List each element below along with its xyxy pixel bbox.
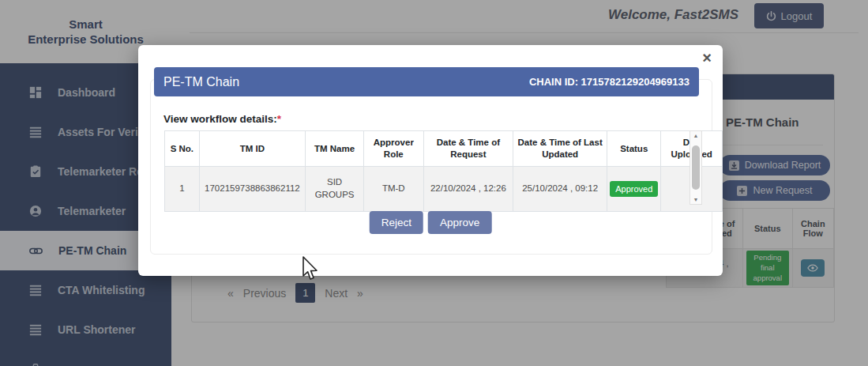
modal-header: PE-TM Chain CHAIN ID: 171578212920496913…	[154, 67, 699, 96]
cell-s-no: 1	[165, 167, 200, 212]
approve-button[interactable]: Approve	[428, 211, 491, 234]
scrollbar-thumb[interactable]	[692, 145, 700, 190]
col-tm-name: TM Name	[306, 131, 364, 167]
workflow-details-heading: View workflow details:*	[163, 113, 281, 125]
modal-title: PE-TM Chain	[163, 75, 239, 89]
cell-tm-name: SID GROUPS	[306, 167, 364, 212]
cell-date-last-updated: 25/10/2024 , 09:12	[513, 167, 607, 212]
scroll-down-icon[interactable]: ▼	[693, 197, 699, 202]
scroll-up-icon[interactable]: ▲	[693, 133, 699, 138]
table-scrollbar[interactable]: ▲ ▼	[690, 130, 702, 205]
workflow-details-text: View workflow details:	[163, 113, 277, 125]
reject-button[interactable]: Reject	[370, 211, 423, 234]
cell-date-request: 22/10/2024 , 12:26	[423, 167, 513, 212]
col-s-no: S No.	[165, 131, 200, 167]
required-asterisk: *	[277, 113, 281, 125]
col-date-request: Date & Time of Request	[423, 131, 513, 167]
chain-id-label: CHAIN ID: 1715782129204969133	[529, 76, 690, 88]
workflow-table: S No. TM ID TM Name Approver Role Date &…	[164, 130, 723, 212]
workflow-table-row: 1 1702159738863862112 SID GROUPS TM-D 22…	[165, 167, 723, 212]
cell-tm-id: 1702159738863862112	[199, 167, 306, 212]
cell-approver-role: TM-D	[363, 167, 423, 212]
close-icon[interactable]: ×	[699, 47, 715, 69]
col-approver-role: Approver Role	[363, 131, 423, 167]
col-date-last-updated: Date & Time of Last Updated	[513, 131, 607, 167]
col-status: Status	[607, 131, 661, 167]
workflow-table-header-row: S No. TM ID TM Name Approver Role Date &…	[165, 131, 723, 167]
app-screen: Smart Enterprise Solutions Welcome, Fast…	[0, 0, 868, 366]
cell-status: Approved	[607, 167, 661, 212]
pe-tm-chain-modal: × PE-TM Chain CHAIN ID: 1715782129204969…	[138, 45, 723, 276]
col-tm-id: TM ID	[199, 131, 306, 167]
status-badge-approved: Approved	[610, 181, 658, 198]
modal-action-buttons: Reject Approve	[370, 211, 492, 234]
